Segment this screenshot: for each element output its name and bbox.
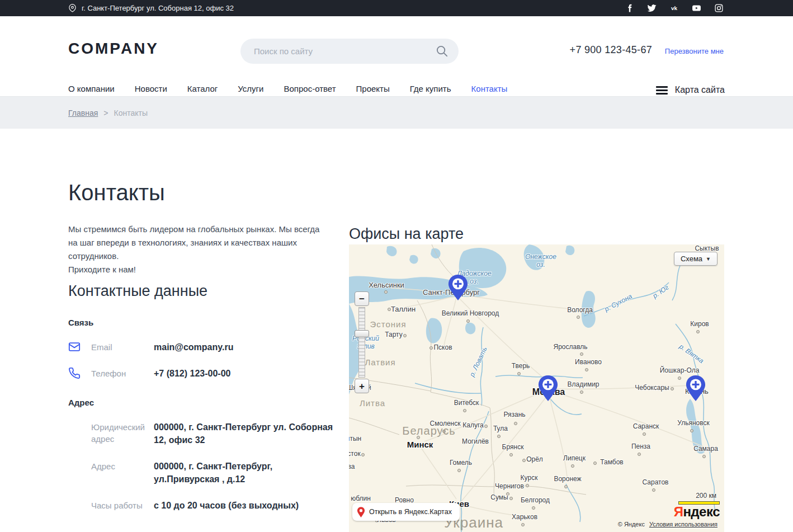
contact-row: Адрес000000, г. Санкт-Петербург, ул.Прив… <box>68 460 342 486</box>
city-dot <box>463 409 466 412</box>
contact-value: +7 (812) 123-00-00 <box>154 367 342 380</box>
location-pin-icon <box>68 4 77 12</box>
city-dot <box>361 453 365 456</box>
office-map-pin[interactable] <box>537 375 559 402</box>
city-dot <box>577 316 580 319</box>
city-dot <box>652 488 655 492</box>
vk-icon[interactable]: vk <box>669 3 679 13</box>
search-icon[interactable] <box>436 45 449 58</box>
contact-label: Адрес <box>91 460 154 472</box>
phone-icon <box>68 367 91 379</box>
city-dot <box>671 387 674 390</box>
zoom-control: − + <box>355 291 369 393</box>
city-dot <box>509 497 513 500</box>
city-dot <box>417 436 420 439</box>
city-dot <box>571 464 574 468</box>
zoom-out-button[interactable]: − <box>355 291 369 306</box>
layer-button-label: Схема <box>681 255 702 263</box>
city-dot <box>484 425 488 428</box>
map-heading: Офисы на карте <box>349 225 464 243</box>
contact-label: Часы работы <box>91 499 154 511</box>
scale-label: 200 км <box>696 492 716 500</box>
city-dot <box>585 368 588 371</box>
nav-item[interactable]: Услуги <box>238 84 263 93</box>
city-dot <box>580 352 583 356</box>
city-dot <box>532 506 535 510</box>
open-in-yandex-link[interactable]: Открыть в Яндекс.Картах <box>352 503 460 521</box>
topbar: г. Санкт-Петербург ул. Соборная 12, офис… <box>0 0 793 16</box>
icon-spacer <box>68 421 91 433</box>
phone-number: +7 900 123-45-67 <box>570 44 652 56</box>
layer-select-button[interactable]: Схема ▼ <box>674 252 718 266</box>
yandex-pin-icon <box>357 506 365 518</box>
city-dot <box>564 485 568 488</box>
city-dot <box>638 453 641 456</box>
youtube-icon[interactable] <box>692 3 701 13</box>
zoom-in-button[interactable]: + <box>355 379 369 393</box>
icon-spacer <box>68 460 91 472</box>
svg-text:vk: vk <box>671 5 678 11</box>
contact-data-section: Контактные данные СвязьEmailmain@company… <box>68 283 342 512</box>
facebook-icon[interactable] <box>625 3 634 13</box>
hamburger-icon <box>656 86 668 95</box>
city-dot <box>678 376 681 380</box>
yandex-logo[interactable]: Яндекс <box>674 504 720 520</box>
contacts-heading: Контактные данные <box>68 283 342 300</box>
city-dot <box>521 523 525 526</box>
city-dot <box>593 462 597 465</box>
page-title: Контакты <box>68 180 165 205</box>
nav-item[interactable]: Вопрос-ответ <box>284 84 336 93</box>
nav-item[interactable]: Каталог <box>187 84 218 93</box>
company-logo[interactable]: COMPANY <box>68 40 159 58</box>
city-dot <box>462 441 466 444</box>
nav-item[interactable]: Новости <box>135 84 167 93</box>
map-copyright: © Яндекс Условия использования <box>618 521 718 528</box>
page: г. Санкт-Петербург ул. Соборная 12, офис… <box>0 0 793 532</box>
office-map[interactable]: СыктывХельсинкиСанкт-ПетербургОнежское о… <box>349 244 724 532</box>
city-dot <box>690 429 693 432</box>
breadcrumb-current: Контакты <box>114 109 147 117</box>
callback-link[interactable]: Перезвоните мне <box>665 47 724 55</box>
contact-value: 000000, г. Санкт-Петербург ул. Соборная … <box>154 421 342 446</box>
map-terrain-graphics <box>349 244 724 532</box>
breadcrumb: Главная > Контакты <box>0 96 793 129</box>
city-dot <box>466 319 470 323</box>
contact-label: Юридический адрес <box>91 421 154 445</box>
nav-item[interactable]: Контакты <box>471 84 508 93</box>
contact-value: с 10 до 20 часов (без выходных) <box>154 499 342 512</box>
contact-group-title: Связь <box>68 318 342 327</box>
city-dot <box>442 430 446 433</box>
office-map-pin[interactable] <box>447 274 469 301</box>
city-dot <box>506 492 509 496</box>
terms-link[interactable]: Условия использования <box>649 521 718 528</box>
sitemap-link[interactable]: Карта сайта <box>656 85 725 95</box>
social-icons: vk <box>625 0 724 16</box>
zoom-slider[interactable] <box>358 307 365 378</box>
nav-item[interactable]: Проекты <box>356 84 390 93</box>
office-map-pin[interactable] <box>685 375 706 402</box>
contact-row: Emailmain@company.ru <box>68 341 342 354</box>
city-dot <box>457 469 461 472</box>
main-nav: О компанииНовостиКаталогУслугиВопрос-отв… <box>68 84 507 93</box>
icon-spacer <box>68 499 91 511</box>
topbar-address: г. Санкт-Петербург ул. Соборная 12, офис… <box>82 4 234 12</box>
search-input[interactable] <box>240 39 459 64</box>
contact-value: 000000, г. Санкт-Петербург, ул.Привурска… <box>154 460 342 486</box>
chevron-down-icon: ▼ <box>706 256 711 262</box>
contact-label: Email <box>91 341 154 353</box>
nav-item[interactable]: Где купить <box>410 84 451 93</box>
city-dot <box>403 334 407 337</box>
zoom-slider-thumb[interactable] <box>355 330 369 337</box>
instagram-icon[interactable] <box>714 3 724 13</box>
header: COMPANY +7 900 123-45-67 Перезвоните мне… <box>0 16 793 96</box>
city-dot <box>384 290 388 294</box>
contact-value: main@company.ru <box>154 341 342 354</box>
twitter-icon[interactable] <box>647 3 657 13</box>
breadcrumb-home[interactable]: Главная <box>68 109 98 117</box>
contact-row: Юридический адрес000000, г. Санкт-Петерб… <box>68 421 342 446</box>
intro-text: Мы стремимся быть лидером на глобальных … <box>68 223 328 276</box>
contact-row: Телефон+7 (812) 123-00-00 <box>68 367 342 380</box>
nav-item[interactable]: О компании <box>68 84 115 93</box>
open-in-yandex-label: Открыть в Яндекс.Картах <box>369 508 452 516</box>
breadcrumb-separator: > <box>103 109 108 117</box>
